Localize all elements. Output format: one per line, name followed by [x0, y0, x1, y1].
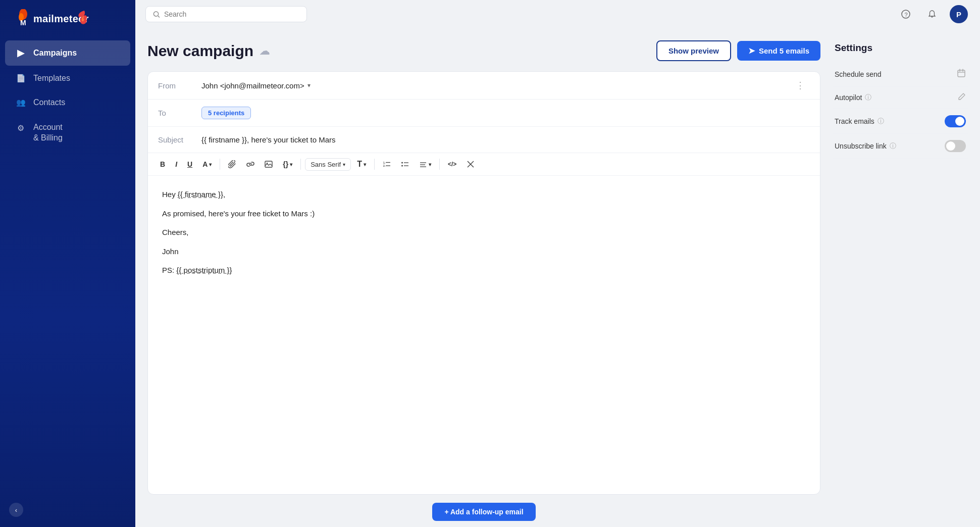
align-icon: [419, 160, 427, 168]
to-label: To: [158, 109, 193, 117]
bell-icon: [927, 10, 937, 19]
font-color-label: A: [202, 160, 208, 168]
collapse-button[interactable]: ‹: [9, 503, 23, 517]
clear-format-button[interactable]: [462, 158, 479, 171]
bold-button[interactable]: B: [156, 158, 169, 171]
recipients-badge[interactable]: 5 recipients: [201, 107, 251, 119]
save-cloud-icon: ☁: [260, 45, 270, 57]
search-box[interactable]: [145, 6, 307, 22]
subject-text: {{ firstname }}, here's your ticket to M…: [201, 135, 335, 144]
body-line-3: Cheers,: [162, 226, 806, 239]
toolbar-divider-2: [300, 159, 301, 170]
topbar-icons: ? P: [897, 5, 968, 23]
attachment-button[interactable]: [224, 158, 240, 171]
underline-button[interactable]: U: [183, 158, 196, 171]
font-color-button[interactable]: A ▾: [198, 158, 216, 171]
track-emails-row: Track emails ⓘ: [833, 109, 968, 134]
body-line-1: Hey {{ firstname }},: [162, 188, 806, 201]
send-button[interactable]: ➤ Send 5 emails: [737, 41, 820, 61]
font-family-caret: ▾: [343, 162, 345, 167]
pencil-icon: [958, 92, 966, 101]
subject-value[interactable]: {{ firstname }}, here's your ticket to M…: [201, 135, 810, 144]
ordered-list-icon: 1. 2.: [383, 160, 391, 168]
svg-text:2.: 2.: [383, 164, 386, 167]
schedule-send-icon[interactable]: [957, 69, 966, 80]
body-line-2: As promised, here's your free ticket to …: [162, 207, 806, 220]
content-area: New campaign ☁ Show preview ➤ Send 5 ema…: [135, 28, 980, 527]
show-preview-button[interactable]: Show preview: [656, 40, 731, 61]
notifications-button[interactable]: [923, 6, 941, 23]
font-size-button[interactable]: T ▾: [353, 157, 370, 171]
to-value: 5 recipients: [201, 107, 810, 119]
svg-line-5: [158, 16, 160, 17]
autopilot-info-icon[interactable]: ⓘ: [865, 93, 871, 102]
avatar[interactable]: P: [950, 5, 968, 23]
ordered-list-button[interactable]: 1. 2.: [379, 158, 395, 171]
more-options-button[interactable]: ⋮: [792, 79, 810, 92]
from-email: John <john@mailmeteor.com>: [201, 81, 304, 90]
main-content: ? P New campaign ☁ Show preview: [135, 0, 980, 527]
unsubscribe-link-toggle[interactable]: [945, 140, 966, 152]
body-line-4: John: [162, 245, 806, 258]
contacts-icon: 👥: [15, 98, 26, 107]
flame-icon: [78, 11, 89, 25]
add-followup-button[interactable]: + Add a follow-up email: [432, 503, 535, 521]
poststriptum-merge-tag: {{ poststriptum }}: [176, 266, 232, 274]
email-body-editor[interactable]: Hey {{ firstname }}, As promised, here's…: [148, 176, 820, 494]
campaigns-icon: ▶: [15, 47, 26, 59]
sidebar-item-account[interactable]: ⚙ Account& Billing: [5, 115, 130, 151]
link-button[interactable]: [242, 158, 259, 171]
logo-icon: M: [10, 9, 29, 28]
page-title: New campaign: [147, 42, 253, 60]
code-button[interactable]: </>: [444, 158, 460, 170]
sidebar-item-contacts[interactable]: 👥 Contacts: [5, 91, 130, 114]
help-button[interactable]: ?: [897, 6, 914, 23]
to-field: To 5 recipients: [148, 100, 820, 127]
image-button[interactable]: [261, 158, 277, 171]
help-icon: ?: [901, 10, 910, 19]
align-caret: ▾: [429, 162, 431, 167]
track-emails-toggle[interactable]: [945, 115, 966, 127]
merge-tag-label: {}: [283, 160, 288, 168]
from-field: From John <john@mailmeteor.com> ▾ ⋮: [148, 72, 820, 100]
autopilot-row: Autopilot ⓘ: [833, 86, 968, 109]
italic-button[interactable]: I: [171, 158, 181, 171]
unordered-list-icon: [401, 160, 409, 168]
schedule-send-row: Schedule send: [833, 63, 968, 86]
clear-format-icon: [467, 160, 475, 168]
settings-panel: Settings Schedule send Autopilot ⓘ: [833, 40, 968, 527]
sidebar-item-campaigns[interactable]: ▶ Campaigns: [5, 40, 130, 66]
sidebar-item-templates[interactable]: 📄 Templates: [5, 67, 130, 90]
search-icon: [153, 11, 160, 18]
font-family-select[interactable]: Sans Serif ▾: [305, 158, 351, 171]
unordered-list-button[interactable]: [397, 158, 413, 171]
send-label: Send 5 emails: [759, 46, 809, 55]
search-input[interactable]: [164, 10, 299, 18]
merge-tag-button[interactable]: {} ▾: [279, 158, 296, 171]
logo-area: M mailmeteor: [0, 0, 135, 39]
track-emails-label: Track emails ⓘ: [835, 117, 884, 126]
from-dropdown[interactable]: John <john@mailmeteor.com> ▾: [201, 81, 311, 90]
unsubscribe-link-label: Unsubscribe link ⓘ: [835, 141, 896, 151]
subject-field: Subject {{ firstname }}, here's your tic…: [148, 127, 820, 153]
body-line-5: PS: {{ poststriptum }}: [162, 264, 806, 277]
track-info-icon[interactable]: ⓘ: [878, 117, 884, 126]
svg-point-4: [153, 11, 158, 16]
campaign-header: New campaign ☁ Show preview ➤ Send 5 ema…: [147, 40, 820, 61]
font-size-caret: ▾: [364, 162, 366, 167]
editor-toolbar: B I U A ▾: [148, 153, 820, 176]
toolbar-divider-1: [220, 159, 220, 170]
unsubscribe-info-icon[interactable]: ⓘ: [890, 141, 896, 151]
account-icon: ⚙: [15, 123, 26, 133]
svg-point-14: [401, 162, 403, 164]
autopilot-edit-icon[interactable]: [958, 92, 966, 103]
sidebar-item-label: Campaigns: [33, 49, 77, 58]
align-button[interactable]: ▾: [415, 158, 435, 171]
svg-rect-23: [958, 70, 965, 77]
schedule-send-label: Schedule send: [835, 70, 882, 78]
campaign-title-area: New campaign ☁: [147, 42, 270, 60]
code-icon: </>: [448, 161, 456, 168]
from-value: John <john@mailmeteor.com> ▾: [201, 81, 784, 90]
campaign-area: New campaign ☁ Show preview ➤ Send 5 ema…: [147, 40, 820, 527]
header-actions: Show preview ➤ Send 5 emails: [656, 40, 820, 61]
